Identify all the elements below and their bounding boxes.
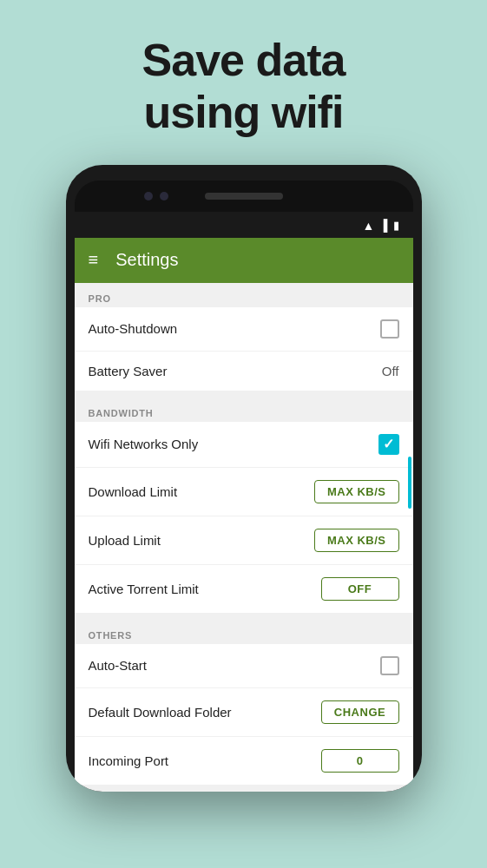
phone-wrapper: ▲ ▐ ▮ ≡ Settings PRO Auto-Shutdown Batt: [0, 165, 487, 792]
row-auto-start: Auto-Start: [75, 644, 413, 688]
incoming-port-label: Incoming Port: [89, 753, 169, 768]
hero-title: Save data using wifi: [0, 35, 487, 139]
section-pro: PRO Auto-Shutdown Battery Saver Off: [75, 283, 413, 391]
battery-saver-value: Off: [382, 364, 399, 378]
section-header-bandwidth: BANDWIDTH: [75, 398, 413, 422]
phone-top-bar: [75, 181, 413, 212]
upload-limit-button[interactable]: MAX KB/S: [314, 529, 399, 552]
section-others: OTHERS Auto-Start Default Download Folde…: [75, 620, 413, 785]
row-download-limit: Download Limit MAX KB/S: [75, 468, 413, 516]
hero-section: Save data using wifi: [0, 0, 487, 165]
row-wifi-only: Wifi Networks Only ✓: [75, 422, 413, 468]
app-bar-title: Settings: [115, 250, 178, 270]
scrollbar[interactable]: [408, 457, 411, 509]
checkmark-icon: ✓: [383, 436, 394, 452]
auto-shutdown-checkbox[interactable]: [380, 319, 399, 339]
row-battery-saver[interactable]: Battery Saver Off: [75, 352, 413, 391]
row-download-folder: Default Download Folder CHANGE: [75, 688, 413, 737]
app-bar: ≡ Settings: [75, 238, 413, 283]
camera-dot-right: [160, 192, 168, 201]
row-incoming-port: Incoming Port 0: [75, 737, 413, 785]
section-header-others: OTHERS: [75, 620, 413, 644]
wifi-only-checkbox[interactable]: ✓: [378, 434, 399, 455]
row-torrent-limit: Active Torrent Limit OFF: [75, 565, 413, 613]
upload-limit-label: Upload Limit: [89, 533, 161, 548]
auto-start-label: Auto-Start: [89, 658, 148, 673]
battery-saver-label: Battery Saver: [89, 364, 168, 378]
camera-dot-left: [144, 192, 153, 201]
signal-icon: ▐: [379, 219, 387, 232]
phone: ▲ ▐ ▮ ≡ Settings PRO Auto-Shutdown Batt: [66, 165, 422, 792]
torrent-limit-button[interactable]: OFF: [321, 577, 399, 601]
menu-icon[interactable]: ≡: [89, 250, 99, 270]
hero-line2: using wifi: [144, 87, 344, 137]
section-header-pro: PRO: [75, 283, 413, 307]
battery-icon: ▮: [393, 219, 399, 232]
auto-start-checkbox[interactable]: [380, 656, 399, 675]
torrent-limit-label: Active Torrent Limit: [89, 582, 199, 596]
download-limit-label: Download Limit: [89, 484, 178, 499]
camera-dots: [144, 192, 168, 201]
wifi-icon: ▲: [362, 219, 374, 233]
section-bandwidth: BANDWIDTH Wifi Networks Only ✓ Download …: [75, 398, 413, 613]
incoming-port-button[interactable]: 0: [321, 749, 399, 773]
hero-line1: Save data: [142, 35, 346, 85]
settings-content: PRO Auto-Shutdown Battery Saver Off BAND…: [75, 283, 413, 792]
download-limit-button[interactable]: MAX KB/S: [314, 480, 399, 503]
status-bar: ▲ ▐ ▮: [75, 214, 413, 238]
download-folder-button[interactable]: CHANGE: [321, 700, 399, 724]
download-folder-label: Default Download Folder: [89, 705, 232, 720]
row-upload-limit: Upload Limit MAX KB/S: [75, 516, 413, 565]
row-auto-shutdown: Auto-Shutdown: [75, 307, 413, 352]
speaker: [205, 193, 283, 200]
auto-shutdown-label: Auto-Shutdown: [89, 321, 178, 336]
wifi-only-label: Wifi Networks Only: [89, 437, 199, 451]
